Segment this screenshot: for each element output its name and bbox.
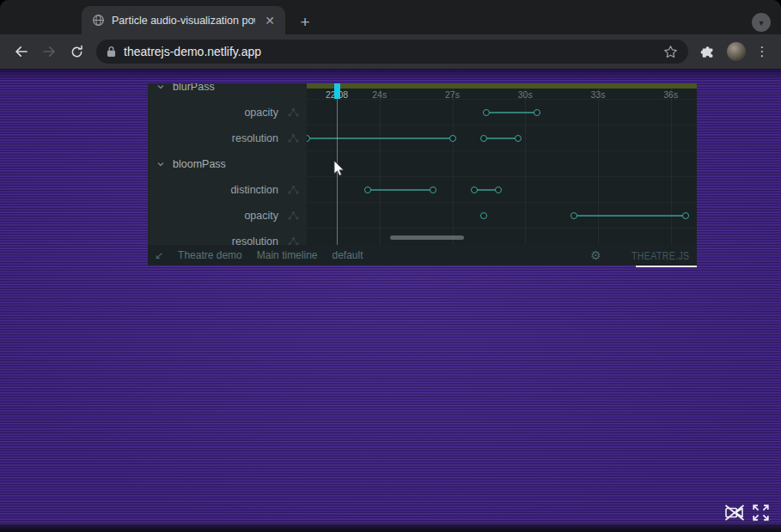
forward-button[interactable] (36, 39, 62, 64)
property-outliner: blurPassopacityresolutionbloomPassdistin… (148, 83, 307, 245)
keyframe-navigator-icon[interactable] (287, 107, 300, 118)
keyframe-dot[interactable] (483, 109, 490, 116)
browser-menu-button[interactable]: ⋮ (752, 41, 772, 62)
keyframe-dot[interactable] (430, 187, 436, 193)
keyframe-navigator-icon[interactable] (287, 185, 300, 195)
forward-arrow-icon (41, 44, 57, 59)
reload-icon (70, 45, 84, 59)
group-label: blurPass (173, 83, 215, 93)
timeline-gridline (671, 89, 672, 245)
theatre-studio-panel: blurPassopacityresolutionbloomPassdistin… (148, 83, 697, 266)
lock-icon (107, 46, 116, 58)
zoom-window-button[interactable] (52, 12, 64, 23)
theatrejs-logo[interactable]: THEATRE.JS (632, 249, 690, 262)
prop-label: opacity (244, 210, 278, 222)
outliner-group-bloomPass[interactable]: bloomPass (148, 151, 307, 177)
timeline-tick-label: 30s (518, 89, 533, 100)
keyframe-dot[interactable] (534, 109, 540, 116)
address-bar[interactable]: theatrejs-demo.netlify.app (96, 40, 688, 64)
timeline-tick-label: 33s (591, 89, 606, 100)
tab-close-icon[interactable]: ✕ (262, 13, 278, 28)
keyframe-navigator-icon[interactable] (287, 236, 300, 245)
keyframe-connector[interactable] (307, 138, 453, 139)
sequence-timeline: 24s27s30s33s36s22:08 (307, 83, 697, 245)
keyframe-connector[interactable] (486, 112, 537, 113)
page-top-shade (0, 69, 781, 81)
chevron-down-icon (156, 83, 165, 91)
keyframe-dot[interactable] (495, 187, 502, 193)
keyframe-connector[interactable] (368, 189, 433, 191)
prop-label: resolution (232, 132, 278, 144)
extensions-button[interactable] (695, 39, 721, 64)
sheet-name[interactable]: Main timeline (257, 249, 318, 261)
browser-toolbar: theatrejs-demo.netlify.app ⋮ (0, 34, 781, 69)
bookmark-star-icon[interactable] (663, 45, 678, 59)
settings-gear-icon[interactable]: ⚙ (590, 248, 601, 262)
studio-bottom-bar: ↙ Theatre demo Main timeline default ⚙ T… (148, 245, 697, 266)
focus-range-strip[interactable] (307, 83, 697, 89)
new-tab-button[interactable]: + (296, 13, 314, 32)
outliner-prop-distinction[interactable]: distinction (148, 177, 307, 203)
browser-tab[interactable]: Particle audio-visualization pow ✕ (82, 6, 285, 34)
url-text[interactable]: theatrejs-demo.netlify.app (124, 45, 656, 58)
keyframe-dot[interactable] (307, 135, 310, 142)
chevron-down-icon (156, 160, 165, 168)
back-button[interactable] (9, 39, 34, 64)
project-name[interactable]: Theatre demo (178, 249, 242, 261)
keyframe-dot[interactable] (364, 187, 371, 193)
keyframe-connector[interactable] (574, 215, 686, 217)
camera-off-icon[interactable] (724, 504, 745, 521)
timeline-tick-label: 27s (445, 89, 460, 100)
keyframe-dot[interactable] (682, 212, 689, 219)
object-name[interactable]: default (332, 249, 363, 261)
keyframe-dot[interactable] (570, 212, 577, 219)
tab-strip: Particle audio-visualization pow ✕ + ▾ (0, 0, 781, 34)
keyframe-dot[interactable] (480, 135, 487, 142)
keyframe-connector[interactable] (484, 138, 518, 139)
keyframe-dot[interactable] (480, 212, 487, 219)
tab-search-button[interactable]: ▾ (752, 13, 771, 32)
timeline-tick-label: 36s (663, 89, 678, 100)
outliner-prop-opacity[interactable]: opacity (148, 203, 307, 229)
page-content: blurPassopacityresolutionbloomPassdistin… (0, 69, 781, 532)
browser-window: Particle audio-visualization pow ✕ + ▾ (0, 0, 781, 532)
playhead-handle[interactable] (334, 83, 340, 99)
page-bottom-strip (0, 524, 781, 532)
fullscreen-expand-icon[interactable] (753, 504, 769, 521)
back-arrow-icon (14, 44, 29, 59)
timeline-gridline (380, 89, 381, 245)
prop-label: distinction (230, 184, 278, 196)
prop-label: opacity (244, 107, 278, 119)
timeline-horizontal-scrollbar[interactable] (390, 235, 464, 240)
group-label: bloomPass (173, 158, 226, 170)
mouse-cursor (333, 160, 345, 177)
tab-title: Particle audio-visualization pow (112, 15, 255, 27)
outliner-prop-resolution[interactable]: resolution (148, 229, 307, 245)
keyframe-dot[interactable] (471, 187, 478, 193)
timeline-tick-label: 24s (372, 89, 387, 100)
reload-button[interactable] (64, 39, 89, 64)
outliner-group-blurPass[interactable]: blurPass (148, 83, 307, 100)
logo-underline (636, 266, 697, 267)
minimize-window-button[interactable] (34, 12, 46, 23)
puzzle-icon (700, 44, 716, 59)
keyframe-navigator-icon[interactable] (287, 211, 300, 221)
viewport-controls (724, 504, 769, 521)
globe-favicon-icon (92, 14, 105, 27)
keyframe-dot[interactable] (515, 135, 522, 142)
timeline-gridline (598, 89, 599, 245)
keyframe-navigator-icon[interactable] (287, 133, 300, 144)
profile-avatar[interactable] (727, 42, 746, 61)
close-window-button[interactable] (16, 12, 27, 23)
collapse-panel-icon[interactable]: ↙ (155, 249, 163, 261)
timeline-gridline (453, 89, 454, 245)
outliner-prop-resolution[interactable]: resolution (148, 125, 307, 151)
keyframe-dot[interactable] (449, 135, 456, 142)
prop-label: resolution (232, 235, 278, 245)
outliner-prop-opacity[interactable]: opacity (148, 100, 307, 125)
